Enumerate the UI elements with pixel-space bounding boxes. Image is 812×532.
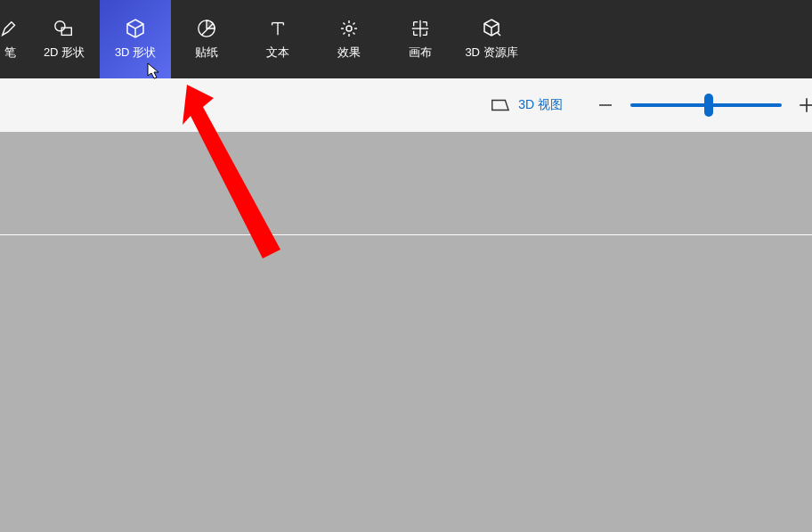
effects-icon [338,18,360,39]
zoom-slider-thumb[interactable] [704,94,713,117]
toolbar-item-text[interactable]: 文本 [242,0,313,78]
pen-icon [0,18,20,39]
toolbar-item-3d-shapes[interactable]: 3D 形状 [100,0,171,78]
library-3d-icon [481,18,502,39]
svg-point-0 [55,21,65,31]
toolbar-label: 笔 [4,45,16,61]
shape-2d-icon [53,18,75,39]
zoom-controls [593,93,812,118]
toolbar-item-canvas[interactable]: 画布 [385,0,456,78]
text-icon [268,18,288,39]
svg-rect-1 [61,28,71,35]
toolbar-item-2d-shapes[interactable]: 2D 形状 [28,0,100,78]
3d-view-toggle[interactable]: 3D 视图 [490,97,563,113]
3d-view-label: 3D 视图 [518,97,563,113]
toolbar-item-effects[interactable]: 效果 [313,0,385,78]
svg-point-3 [346,26,352,31]
canvas-icon [410,18,430,39]
canvas-area[interactable] [0,132,812,532]
toolbar-label: 3D 资源库 [465,45,517,61]
sticker-icon [197,18,216,39]
zoom-slider[interactable] [630,103,782,107]
shape-3d-icon [125,18,146,39]
toolbar-label: 2D 形状 [44,45,85,61]
toolbar-item-3d-library[interactable]: 3D 资源库 [456,0,527,78]
toolbar-label: 3D 形状 [115,45,156,61]
canvas-guide-line [0,234,812,235]
toolbar-label: 文本 [266,45,289,61]
toolbar-label: 贴纸 [195,45,218,61]
zoom-out-button[interactable] [593,93,618,118]
zoom-in-button[interactable] [794,93,812,118]
toolbar-item-stickers[interactable]: 贴纸 [171,0,242,78]
3d-view-icon [490,97,509,113]
toolbar-label: 效果 [337,45,361,61]
top-toolbar: 笔 2D 形状 3D 形状 贴纸 [0,0,812,78]
sub-toolbar: 3D 视图 [0,78,812,132]
toolbar-label: 画布 [409,45,432,61]
toolbar-item-pen[interactable]: 笔 [0,0,28,78]
